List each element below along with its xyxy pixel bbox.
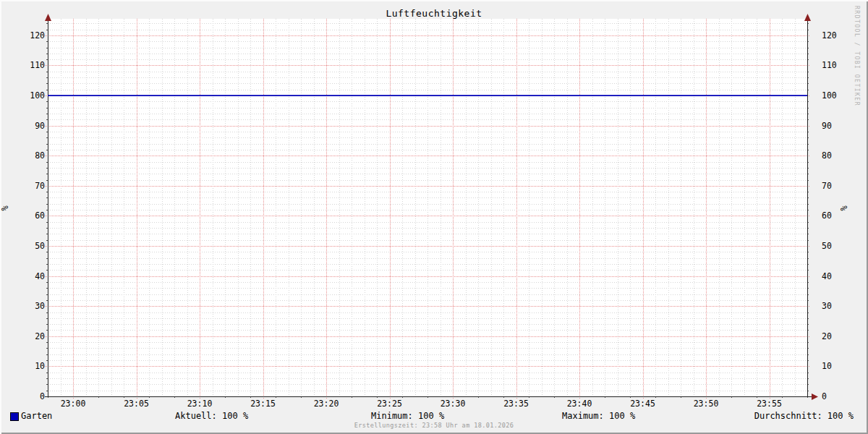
chart-plot-area: 0010102020303040405050606070708080909010… [0, 0, 868, 434]
y-tick-label-left: 0 [40, 391, 45, 401]
chart-title: Luftfeuchtigkeit [0, 8, 868, 19]
y-tick-label-left: 90 [35, 121, 45, 131]
y-tick-label-right: 50 [822, 241, 832, 251]
x-tick-label: 23:10 [187, 399, 213, 409]
y-tick-label-left: 80 [35, 150, 45, 161]
y-tick-label-right: 120 [822, 30, 837, 41]
y-tick-label-left: 110 [30, 60, 45, 70]
y-tick-label-right: 80 [822, 150, 832, 161]
y-tick-label-right: 90 [822, 121, 832, 131]
y-tick-label-left: 40 [35, 271, 45, 281]
y-tick-label-left: 100 [30, 90, 45, 101]
x-tick-label: 23:00 [61, 399, 86, 409]
x-tick-label: 23:05 [124, 399, 149, 409]
legend-swatch-garten [10, 412, 19, 421]
y-tick-label-right: 40 [822, 271, 832, 281]
creation-time: Erstellungszeit: 23:58 Uhr am 18.01.2026 [0, 422, 868, 429]
legend: Garten Aktuell: 100 % Minimum: 100 % Max… [0, 411, 868, 422]
y-tick-label-left: 50 [35, 241, 45, 251]
x-tick-label: 23:15 [250, 399, 276, 409]
y-tick-label-left: 70 [35, 181, 45, 191]
legend-series-label: Garten [21, 411, 52, 421]
y-tick-label-left: 20 [35, 331, 45, 341]
y-axis-label-right: % [839, 205, 849, 210]
y-axis-label-left: % [0, 205, 10, 210]
stat-durchschnitt: Durchschnitt: 100 % [754, 411, 854, 421]
y-tick-label-left: 120 [30, 30, 45, 41]
x-tick-label: 23:55 [757, 399, 782, 409]
rrdtool-humidity-graph: 0010102020303040405050606070708080909010… [0, 0, 868, 434]
x-tick-label: 23:45 [630, 399, 655, 409]
x-tick-label: 23:40 [567, 399, 592, 409]
y-tick-label-right: 70 [822, 181, 832, 191]
stat-minimum: Minimum: 100 % [371, 411, 444, 421]
y-tick-label-right: 110 [822, 60, 837, 70]
x-tick-label: 23:50 [694, 399, 719, 409]
y-tick-label-right: 60 [822, 210, 832, 221]
y-tick-label-left: 30 [35, 301, 45, 311]
y-tick-label-left: 60 [35, 210, 45, 221]
y-tick-label-left: 10 [35, 361, 45, 371]
y-tick-label-right: 10 [822, 361, 832, 371]
y-tick-label-right: 100 [822, 90, 837, 101]
stat-maximum: Maximum: 100 % [562, 411, 635, 421]
y-tick-label-right: 30 [822, 301, 832, 311]
y-tick-label-right: 20 [822, 331, 832, 341]
x-tick-label: 23:35 [503, 399, 529, 409]
x-tick-label: 23:25 [377, 399, 402, 409]
x-tick-label: 23:30 [441, 399, 466, 409]
x-tick-label: 23:20 [314, 399, 339, 409]
y-tick-label-right: 0 [822, 391, 827, 401]
rrdtool-watermark: RRDTOOL / TOBI OETIKER [854, 6, 860, 106]
stat-aktuell: Aktuell: 100 % [175, 411, 248, 421]
